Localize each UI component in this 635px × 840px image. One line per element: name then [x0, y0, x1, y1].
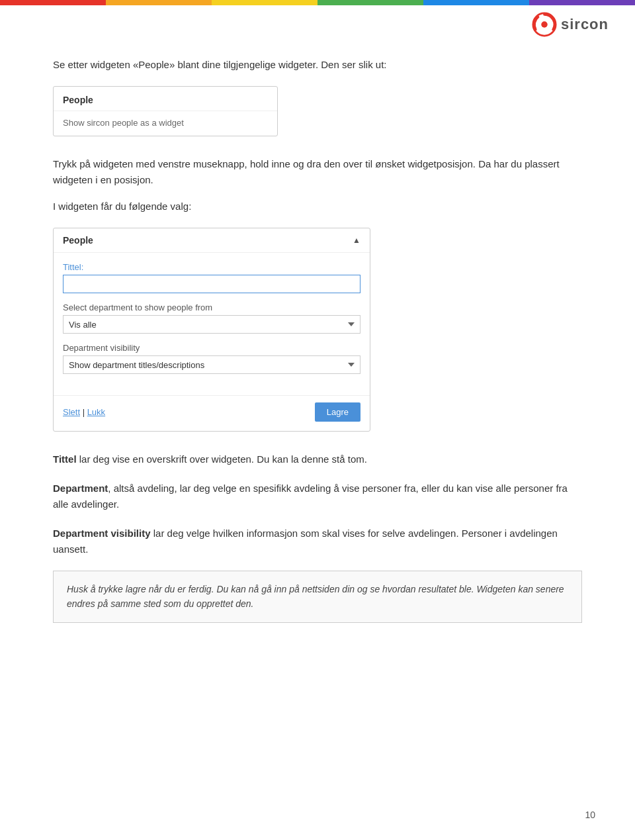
- top-bar-yellow: [212, 0, 318, 5]
- slett-link[interactable]: Slett: [63, 407, 80, 417]
- svg-point-1: [541, 21, 548, 28]
- tittel-description: Tittel lar deg vise en overskrift over w…: [53, 451, 582, 467]
- title-input[interactable]: [63, 275, 360, 293]
- widget-panel-header: People ▲: [54, 228, 370, 253]
- panel-collapse-arrow[interactable]: ▲: [353, 236, 360, 245]
- main-content: Se etter widgeten «People» blant dine ti…: [0, 44, 635, 663]
- panel-links: Slett | Lukk: [63, 407, 105, 417]
- logo: sircon: [532, 12, 609, 37]
- top-bar-purple: [529, 0, 635, 5]
- widget-config-panel: People ▲ Tittel: Select department to sh…: [53, 228, 370, 432]
- title-label: Tittel:: [63, 262, 360, 272]
- dept-vis-bold: Department visibility: [53, 528, 151, 539]
- tittel-text: lar deg vise en overskrift over widgeten…: [77, 453, 367, 465]
- widget-intro-text: I widgeten får du følgende valg:: [53, 199, 582, 214]
- widget-card-title: People: [54, 87, 277, 111]
- drag-instruction: Trykk på widgeten med venstre museknapp,…: [53, 156, 582, 188]
- lagre-button[interactable]: Lagre: [315, 402, 360, 422]
- title-form-group: Tittel:: [63, 262, 360, 293]
- lukk-link[interactable]: Lukk: [87, 407, 105, 417]
- department-description: Department, altså avdeling, lar deg velg…: [53, 481, 582, 512]
- top-bar-red: [0, 0, 106, 5]
- intro-paragraph: Se etter widgeten «People» blant dine ti…: [53, 57, 582, 73]
- header: sircon: [0, 5, 635, 44]
- sircon-logo-icon: [532, 12, 557, 37]
- panel-title: People: [63, 235, 93, 246]
- link-separator: |: [83, 407, 87, 417]
- tittel-bold: Tittel: [53, 453, 77, 465]
- widget-card-small: People Show sircon people as a widget: [53, 86, 278, 136]
- top-bar-blue: [423, 0, 529, 5]
- department-bold: Department: [53, 483, 108, 494]
- dept-visibility-label: Department visibility: [63, 343, 360, 353]
- department-select[interactable]: Vis alle: [63, 315, 360, 334]
- top-bar-orange: [106, 0, 212, 5]
- widget-panel-body: Tittel: Select department to show people…: [54, 253, 370, 393]
- dept-visibility-description: Department visibility lar deg velge hvil…: [53, 526, 582, 557]
- page-number: 10: [585, 810, 595, 820]
- department-text: , altså avdeling, lar deg velge en spesi…: [53, 483, 568, 510]
- note-text: Husk å trykke lagre når du er ferdig. Du…: [67, 584, 564, 609]
- dept-visibility-form-group: Department visibility Show department ti…: [63, 343, 360, 374]
- department-label: Select department to show people from: [63, 303, 360, 312]
- panel-footer: Slett | Lukk Lagre: [54, 395, 370, 431]
- widget-card-description: Show sircon people as a widget: [54, 111, 277, 136]
- logo-text: sircon: [561, 16, 609, 33]
- note-box: Husk å trykke lagre når du er ferdig. Du…: [53, 571, 582, 623]
- top-color-bar: [0, 0, 635, 5]
- dept-visibility-select[interactable]: Show department titles/descriptions: [63, 355, 360, 374]
- department-form-group: Select department to show people from Vi…: [63, 303, 360, 334]
- top-bar-green: [318, 0, 423, 5]
